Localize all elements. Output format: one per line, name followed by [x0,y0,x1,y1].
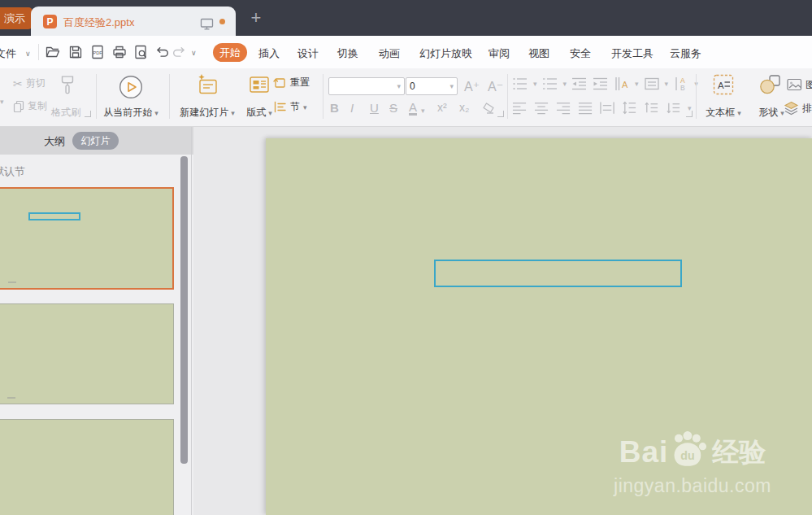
save-icon[interactable] [67,44,84,60]
text-box-icon[interactable]: A [713,74,734,95]
open-file-icon[interactable] [45,44,61,60]
align-left-icon [512,100,528,116]
print-icon[interactable] [111,44,128,60]
slide-thumbnail-2[interactable] [0,303,174,404]
app-menu-button[interactable]: 演示 [0,7,33,29]
section-button[interactable]: 节 ▾ [273,100,307,114]
menu-tab-start-label: 开始 [219,46,241,60]
menu-tab-security[interactable]: 安全 [570,46,591,61]
ribbon-divider [323,74,323,119]
section-header: 默认节 [0,164,25,179]
layout-label: 版式 [246,106,266,120]
tab-outline[interactable]: 大纲 [44,134,65,149]
slide-thumbnail-panel: 默认节 [0,155,193,515]
svg-text:B: B [680,84,685,92]
line-spacing-icon [622,100,637,116]
dropdown-caret-icon: ▾ [563,80,567,88]
scissors-icon: ✂ [13,77,23,90]
thumbnail-footer-mark [7,397,15,399]
unsaved-changes-dot-icon [219,19,225,24]
font-color-button: A [409,101,417,116]
text-box-label: 文本框 [706,106,735,120]
watermark-bai-text: Bai [619,435,669,469]
slide-thumbnail-3[interactable] [0,419,174,515]
increase-indent-icon [593,76,609,92]
slide-canvas[interactable]: Bai du 经验 jingyan.baidu.com [266,138,812,515]
clipboard-dialog-launcher [85,111,91,117]
font-name-select[interactable]: ▾ [328,77,405,95]
underline-button: U [370,101,379,115]
paragraph-space-after-icon [666,100,681,116]
watermark-url: jingyan.baidu.com [591,475,794,497]
reset-icon [273,76,287,89]
print-preview-icon[interactable] [132,44,149,60]
svg-text:A: A [622,80,628,89]
present-monitor-icon[interactable] [200,17,214,31]
svg-text:PDF: PDF [93,50,103,55]
format-painter-label: 格式刷 [47,106,85,120]
distribute-text-icon [600,100,615,116]
baidu-paw-icon: du [669,431,708,469]
presentation-file-icon: P [43,15,57,28]
menu-tab-start[interactable]: 开始 [213,43,247,62]
menu-tab-transition[interactable]: 切换 [337,46,358,61]
watermark-jingyan-text: 经验 [712,434,766,471]
menu-tab-cloud[interactable]: 云服务 [670,46,701,61]
menu-tab-animation[interactable]: 动画 [379,46,400,61]
menu-tab-design[interactable]: 设计 [297,46,319,61]
cut-label: 剪切 [26,76,46,90]
text-box-button[interactable]: 文本框 ▾ [699,106,748,120]
arrange-label: 排 [802,102,812,116]
document-tab[interactable]: P 百度经验2.pptx [31,7,236,36]
font-size-select[interactable]: 0 ▾ [406,77,458,95]
thumbnail-text-box-outline [28,212,80,220]
reset-button[interactable]: 重置 [273,76,310,89]
superscript-button: x² [437,101,447,114]
shrink-font-button: A⁻ [488,79,503,94]
ribbon: ▾ ✂ 剪切 复制 格式刷 从当前开始 ▾ 新建幻灯片 ▾ [0,68,812,127]
grow-font-button: A⁺ [464,79,480,94]
cut-button: ✂ 剪切 [13,76,46,90]
slide-text-box[interactable] [434,260,682,287]
play-from-current-button[interactable]: 从当前开始 ▾ [96,106,166,120]
dropdown-caret-icon: ▾ [665,80,669,88]
menu-tab-view[interactable]: 视图 [528,46,549,61]
export-pdf-icon[interactable]: PDF [89,44,106,60]
slide-thumbnail-1-selected[interactable] [0,187,174,290]
new-tab-button[interactable]: + [245,9,267,28]
section-icon [273,100,287,114]
shapes-icon[interactable] [759,74,781,95]
picture-icon [787,77,802,92]
menu-bar: 文件 ∨ PDF ∨ 开始 插入 设计 切换 动画 幻灯片放映 审阅 视图 安全… [0,36,812,68]
quickbar-caret-icon[interactable]: ∨ [191,49,197,57]
play-from-current-icon[interactable] [119,75,143,99]
font-dialog-launcher [497,111,504,117]
paragraph-row-2: ▾ [512,100,692,116]
menu-tab-devtools[interactable]: 开发工具 [611,46,654,61]
shapes-label: 形状 [758,106,778,120]
slide-layout-icon[interactable] [249,74,270,95]
menu-tab-slideshow[interactable]: 幻灯片放映 [419,46,472,61]
font-color-caret-icon: ▾ [421,107,425,115]
picture-label: 图 [805,78,812,92]
menu-file[interactable]: 文件 [0,46,16,61]
insert-picture-button[interactable]: 图 [787,77,812,92]
tab-slides[interactable]: 幻灯片 [72,132,119,150]
panel-tabs-row: 大纲 幻灯片 [0,127,193,155]
menu-divider [38,44,39,60]
menu-tab-review[interactable]: 审阅 [489,46,510,61]
strikethrough-button: S [389,101,397,115]
copy-label: 复制 [28,99,47,113]
paragraph-dialog-launcher [686,111,693,117]
file-caret-icon: ∨ [25,50,31,58]
menu-tab-insert[interactable]: 插入 [258,46,280,61]
dropdown-caret-icon: ▾ [449,82,454,90]
new-slide-icon[interactable] [197,73,219,96]
paragraph-space-before-icon [644,100,659,116]
sidebar-scrollbar[interactable] [180,156,188,464]
undo-icon[interactable] [154,44,170,60]
arrange-button[interactable]: 排 [784,101,812,116]
new-slide-button[interactable]: 新建幻灯片 ▾ [172,106,242,120]
sidebar-divider [191,127,192,515]
align-right-icon [556,100,571,116]
